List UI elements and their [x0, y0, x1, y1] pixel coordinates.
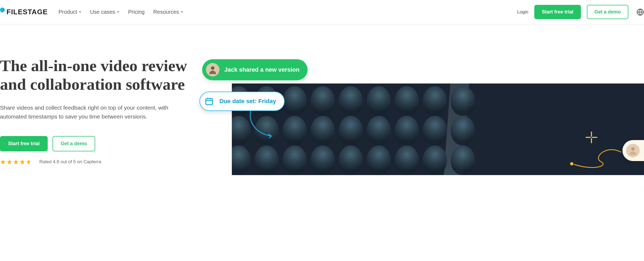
svg-point-5 — [570, 162, 573, 165]
svg-point-2 — [211, 66, 215, 70]
chevron-down-icon — [79, 11, 81, 13]
nav-item-pricing[interactable]: Pricing — [128, 9, 144, 15]
avatar-sarah — [626, 144, 640, 157]
notification-shared: Jack shared a new version — [202, 59, 308, 80]
main-navbar: FILESTAGE Product Use cases Pricing Reso… — [0, 0, 644, 24]
notification-text: Due date set: Friday — [219, 98, 276, 105]
swirl-arrow-icon — [569, 145, 622, 172]
hero-subtitle: Share videos and collect feedback right … — [0, 103, 194, 121]
svg-point-4 — [631, 147, 635, 151]
nav-label: Pricing — [128, 9, 144, 15]
star-icon — [6, 159, 12, 165]
nav-actions: Login Start free trial Get a demo — [517, 5, 644, 19]
nav-item-product[interactable]: Product — [58, 9, 81, 15]
chevron-down-icon — [181, 11, 183, 13]
sparkle-icon — [585, 131, 598, 144]
nav-label: Product — [58, 9, 77, 15]
hero-title: The all-in-one video review and collabor… — [0, 57, 194, 94]
nav-label: Resources — [153, 9, 179, 15]
calendar-icon — [204, 96, 215, 107]
star-icon — [13, 159, 19, 165]
nav-label: Use cases — [90, 9, 115, 15]
rating-stars — [0, 159, 32, 165]
svg-rect-3 — [206, 99, 213, 105]
logo-dot-icon — [0, 8, 5, 12]
hero-cta-row: Start free trial Get a demo — [0, 136, 194, 151]
brand-logo[interactable]: FILESTAGE — [0, 8, 48, 16]
notification-due-date: Due date set: Friday — [199, 92, 285, 111]
hero-start-trial-button[interactable]: Start free trial — [0, 136, 48, 151]
avatar-jack — [206, 63, 219, 76]
hero-section: The all-in-one video review and collabor… — [0, 24, 644, 175]
hero-get-demo-button[interactable]: Get a demo — [53, 136, 95, 151]
nav-item-resources[interactable]: Resources — [153, 9, 183, 15]
star-half-icon — [26, 159, 32, 165]
globe-icon[interactable] — [636, 8, 644, 16]
get-demo-button[interactable]: Get a demo — [587, 5, 628, 19]
notification-text: Jack shared a new version — [224, 66, 299, 73]
start-trial-button[interactable]: Start free trial — [534, 5, 581, 19]
nav-item-use-cases[interactable]: Use cases — [90, 9, 119, 15]
star-icon — [0, 159, 6, 165]
connector-arrow-icon — [245, 109, 278, 141]
primary-nav: Product Use cases Pricing Resources — [58, 9, 183, 15]
star-icon — [19, 159, 25, 165]
rating-row: Rated 4.8 out of 5 on Capterra — [0, 159, 194, 165]
hero-illustration: Fri Jack shared a new version Due date s… — [194, 57, 644, 175]
hero-text-column: The all-in-one video review and collabor… — [0, 57, 194, 175]
login-link[interactable]: Login — [517, 9, 528, 15]
chevron-down-icon — [117, 11, 119, 13]
brand-name: FILESTAGE — [6, 8, 48, 16]
rating-text: Rated 4.8 out of 5 on Capterra — [39, 159, 101, 165]
notification-review: Sarah re — [622, 140, 644, 161]
